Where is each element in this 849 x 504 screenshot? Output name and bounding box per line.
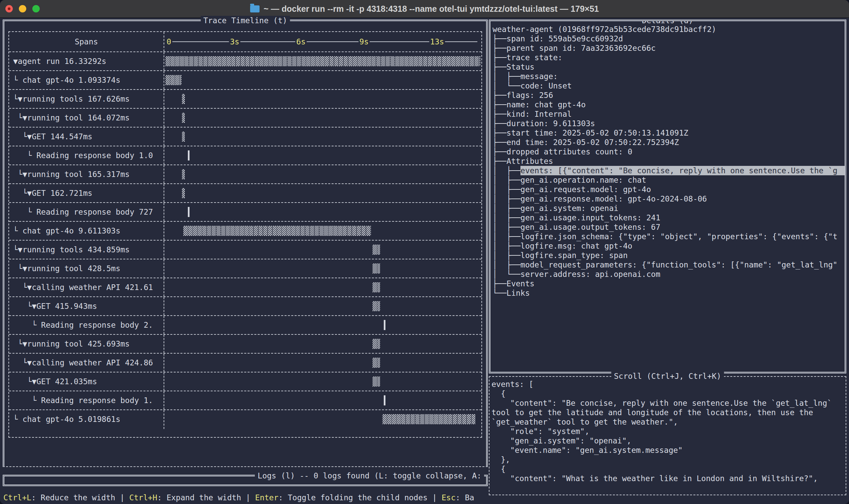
detail-line: ├──end time: 2025-05-02 07:50:22.752394Z [493,138,845,147]
status-key-hint: Enter [255,493,278,502]
close-button[interactable] [5,5,13,13]
span-duration-bar [182,113,185,123]
span-row[interactable]: └▼running tools 434.859ms [9,240,481,259]
axis-tick-label: 3s [229,32,240,52]
detail-line: ├──Attributes [493,157,845,166]
span-row[interactable]: └▼GET 415.943ms [9,297,481,316]
close-dot-icon [8,7,11,10]
span-row[interactable]: └ Reading response body 2. [9,316,481,335]
span-row[interactable]: └ chat gpt-4o 1.093374s [9,71,481,90]
span-label: └ Reading response body 1.0 [9,146,164,164]
span-timeline-cell [164,391,481,410]
span-timeline-cell [164,240,481,259]
scroll-line: { [492,464,846,474]
scroll-line: events: [ [492,379,846,389]
span-label: └▼running tools 167.626ms [9,90,164,108]
selected-attribute-text: events: [{"content": "Be concise, reply … [520,166,845,175]
logs-panel[interactable]: Logs (l) -- 0 logs found (L: toggle coll… [3,475,488,486]
detail-line-selected[interactable]: │ ├──events: [{"content": "Be concise, r… [493,166,845,175]
detail-line: │ ├──message: [493,72,845,81]
detail-line: │ └──server.address: api.openai.com [493,270,845,279]
span-label: └ Reading response body 2. [9,316,164,334]
scroll-line: { [492,389,846,398]
scroll-line: "event.name": "gen_ai.system.message" [492,446,846,455]
span-timeline-cell [164,90,481,108]
span-duration-bar [372,301,380,311]
span-label: └ chat gpt-4o 5.019861s [9,410,164,429]
span-duration-bar [182,94,185,104]
span-row[interactable]: └▼running tools 167.626ms [9,90,481,109]
span-label: └▼GET 144.547ms [9,127,164,146]
scroll-line: "content": "What is the weather like in … [492,474,846,483]
span-row[interactable]: └ Reading response body 1.0 [9,146,481,165]
span-label: └ chat gpt-4o 1.093374s [9,71,164,89]
span-duration-bar [182,188,185,198]
span-duration-bar [382,414,475,424]
span-row[interactable]: └ chat gpt-4o 9.611303s [9,222,481,240]
titlebar: ~ — docker run --rm -it -p 4318:4318 --n… [0,0,849,18]
status-key-description: : Toggle folding the child nodes [278,493,427,502]
span-label: └ Reading response body 727 [9,203,164,221]
span-row[interactable]: └▼calling weather API 424.86 [9,354,481,373]
span-label: └▼GET 421.035ms [9,373,164,391]
status-separator: | [427,493,442,502]
span-label: └▼running tool 425.693ms [9,335,164,353]
spans-column-header: Spans [9,32,164,52]
span-duration-bar [165,56,480,66]
span-row[interactable]: └ Reading response body 1. [9,391,481,410]
span-label: └ Reading response body 1. [9,391,164,410]
trace-panel-title: Trace Timeline (t) [201,16,290,25]
terminal-content: Trace Timeline (t) Spans 03s6s9s13s ▼age… [0,18,849,504]
axis-tick-label: 0 [166,32,172,52]
detail-line: ├──Events [493,279,845,288]
span-duration-bar [372,339,380,349]
axis-tick-label: 9s [358,32,370,52]
span-row[interactable]: └▼running tool 165.317ms [9,165,481,184]
detail-line: │ ├──gen_ai.usage.output_tokens: 67 [493,222,845,232]
span-timeline-cell [164,354,481,372]
detail-line: ├──span id: 559ab5e9cc60932d [493,34,845,43]
detail-line: │ ├──gen_ai.system: openai [493,203,845,213]
fullscreen-button[interactable] [32,5,40,13]
axis-tick-label: 6s [295,32,307,52]
span-timeline-cell [164,222,481,240]
span-row[interactable]: └▼GET 144.547ms [9,127,481,146]
span-row[interactable]: └▼GET 421.035ms [9,373,481,391]
span-row[interactable]: └▼GET 162.721ms [9,184,481,203]
scroll-line: }, [492,455,846,464]
span-row[interactable]: ▼agent run 16.33292s [9,52,481,71]
span-row[interactable]: └▼running tool 428.5ms [9,259,481,278]
span-label: └▼running tool 165.317ms [9,165,164,183]
status-key-hint: Ctrl+H [129,493,157,502]
detail-line: ├──start time: 2025-05-02 07:50:13.14109… [493,128,845,138]
details-panel[interactable]: Details (d) weather-agent (01968ff972a5b… [489,19,846,374]
logs-panel-title: Logs (l) -- 0 logs found (L: toggle coll… [255,471,484,481]
span-duration-bar [182,169,185,179]
status-key-description: : Ba [456,493,474,502]
spans-table: Spans 03s6s9s13s ▼agent run 16.33292s└ c… [8,31,482,438]
span-row[interactable]: └▼running tool 164.072ms [9,109,481,127]
span-timeline-cell [164,373,481,391]
span-timeline-cell [164,127,481,146]
detail-line: weather-agent (01968ff972a5b53cede738dc9… [493,24,845,34]
span-event-marker [384,395,386,406]
span-timeline-cell [164,52,481,70]
span-row[interactable]: └ Reading response body 727 [9,203,481,222]
span-row[interactable]: └▼running tool 425.693ms [9,335,481,354]
traffic-lights [5,0,40,18]
span-duration-bar [372,377,380,386]
span-timeline-cell [164,410,481,429]
detail-line: ├──flags: 256 [493,90,845,100]
span-row[interactable]: └ chat gpt-4o 5.019861s [9,410,481,429]
spans-table-header: Spans 03s6s9s13s [9,32,481,52]
scroll-panel-title: Scroll (Ctrl+J, Ctrl+K) [611,372,724,381]
detail-line: │ ├──logfire.msg: chat gpt-4o [493,241,845,251]
span-row[interactable]: └▼calling weather API 421.61 [9,278,481,297]
span-timeline-cell [164,109,481,127]
detail-line: │ ├──model_request_parameters: {"functio… [493,260,845,270]
minimize-button[interactable] [19,5,26,13]
span-timeline-cell [164,259,481,277]
scroll-panel[interactable]: Scroll (Ctrl+J, Ctrl+K) events: [ { "con… [489,376,846,495]
trace-timeline-panel[interactable]: Trace Timeline (t) Spans 03s6s9s13s ▼age… [3,19,488,467]
scroll-line: "gen_ai.system": "openai", [492,436,846,446]
